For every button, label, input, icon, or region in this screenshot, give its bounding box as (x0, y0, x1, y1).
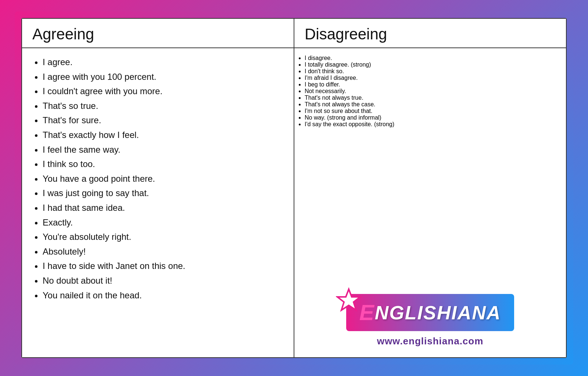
list-item: I had that same idea. (43, 201, 283, 215)
disagreeing-body: I disagree. I totally disagree. (strong)… (294, 48, 566, 357)
agreeing-list: I agree. I agree with you 100 percent. I… (32, 55, 283, 302)
list-item: You nailed it on the head. (43, 288, 283, 303)
list-item: I couldn't agree with you more. (43, 84, 283, 99)
list-item: That's exactly how I feel. (43, 128, 283, 142)
list-item: I totally disagree. (strong) (305, 61, 556, 68)
agreeing-header: Agreeing (22, 19, 294, 48)
list-item: I was just going to say that. (43, 186, 283, 201)
list-item: I'm not so sure about that. (305, 108, 556, 114)
list-item: Not necessarily. (305, 88, 556, 95)
list-item: I beg to differ. (305, 81, 556, 88)
list-item: Absolutely! (43, 244, 283, 259)
list-item: That's not always the case. (305, 101, 556, 108)
list-item: I don't think so. (305, 68, 556, 75)
agreeing-body: I agree. I agree with you 100 percent. I… (22, 48, 294, 357)
list-item: I feel the same way. (43, 142, 283, 157)
list-item: I think so too. (43, 157, 283, 171)
agreeing-column: Agreeing I agree. I agree with you 100 p… (22, 19, 294, 357)
disagreeing-column: Disagreeing I disagree. I totally disagr… (294, 19, 566, 357)
list-item: That's so true. (43, 99, 283, 113)
inner-card: Agreeing I agree. I agree with you 100 p… (21, 18, 567, 358)
list-item: I disagree. (305, 55, 556, 61)
logo-e-letter: E (359, 300, 374, 325)
table-container: Agreeing I agree. I agree with you 100 p… (21, 18, 567, 358)
disagreeing-header: Disagreeing (294, 19, 566, 48)
list-item: I agree with you 100 percent. (43, 70, 283, 84)
list-item: I'm afraid I disagree. (305, 75, 556, 81)
logo-text: NGLISHIANA (375, 302, 501, 324)
list-item: No way. (strong and informal) (305, 114, 556, 121)
logo-url[interactable]: www.englishiana.com (377, 336, 484, 347)
list-item: You're absolutely right. (43, 230, 283, 244)
disagreeing-list: I disagree. I totally disagree. (strong)… (305, 55, 556, 128)
outer-border: Agreeing I agree. I agree with you 100 p… (15, 11, 573, 365)
list-item: I'd say the exact opposite. (strong) (305, 121, 556, 128)
list-item: I agree. (43, 55, 283, 70)
logo-box: E NGLISHIANA (346, 294, 514, 331)
list-item: That's for sure. (43, 113, 283, 128)
list-item: You have a good point there. (43, 171, 283, 186)
star-icon (336, 287, 362, 313)
svg-marker-0 (337, 289, 360, 310)
list-item: That's not always true. (305, 95, 556, 101)
list-item: I have to side with Janet on this one. (43, 259, 283, 273)
logo-section: E NGLISHIANA www.englishiana.com (305, 294, 556, 347)
list-item: Exactly. (43, 215, 283, 230)
list-item: No doubt about it! (43, 273, 283, 288)
